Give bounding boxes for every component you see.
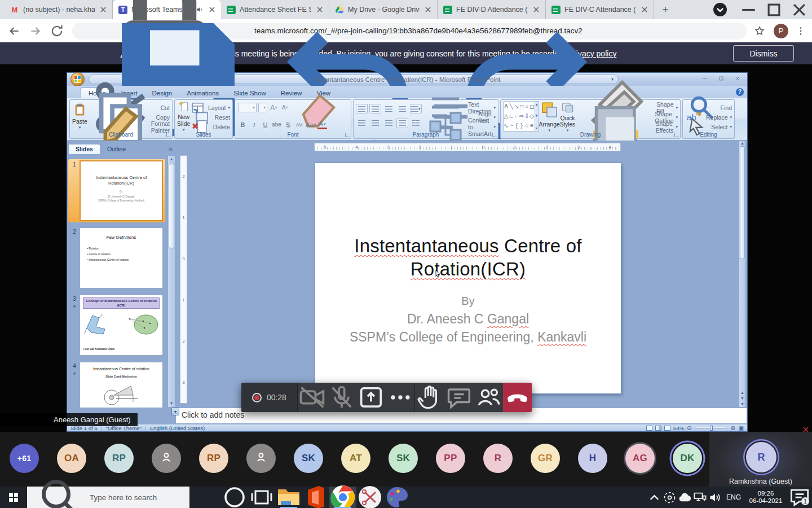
align-left-button[interactable] — [356, 119, 368, 128]
increase-indent-button[interactable] — [396, 104, 408, 113]
back-button[interactable] — [7, 24, 21, 38]
align-center-button[interactable] — [369, 119, 381, 128]
tab-slides[interactable]: Slides — [68, 144, 100, 154]
select-button[interactable]: Select▾ — [685, 122, 732, 132]
more-options-button[interactable] — [386, 383, 415, 412]
tray-app-button[interactable] — [662, 487, 677, 508]
zoom-out-button[interactable]: ⊖ — [687, 424, 692, 432]
shape-glyph[interactable]: ∟ — [509, 111, 514, 121]
participant-avatar[interactable]: GR — [531, 444, 560, 473]
participant-avatar[interactable]: AG — [625, 444, 655, 473]
font-style-button-av[interactable]: AV — [294, 120, 304, 129]
edit-scrollbar-thumb[interactable] — [740, 146, 745, 259]
shape-glyph[interactable]: ~ — [509, 121, 514, 130]
slideshow-button[interactable] — [664, 426, 670, 431]
shape-glyph[interactable]: ⇨ — [519, 111, 524, 121]
action-center-button[interactable]: 1 — [787, 487, 812, 508]
start-button[interactable] — [0, 487, 27, 508]
camera-toggle-button[interactable] — [298, 383, 327, 412]
panel-scrollbar[interactable]: ▲ ▼ — [167, 155, 175, 408]
spotlight-tile[interactable]: R Ramkrishna (Guest) — [709, 432, 812, 487]
paste-button[interactable]: Paste▾ — [72, 102, 87, 130]
participant-avatar[interactable]: DK — [673, 444, 702, 473]
shape-glyph[interactable]: ╲ — [509, 102, 514, 111]
participant-avatar[interactable]: H — [578, 444, 607, 473]
reload-button[interactable] — [50, 24, 64, 38]
quick-styles-button[interactable]: Quick Styles▾ — [560, 102, 575, 130]
mic-toggle-button[interactable] — [327, 383, 356, 412]
help-button[interactable]: ? — [736, 88, 744, 96]
shape-glyph[interactable]: ≡ — [529, 121, 535, 130]
fit-to-window-button[interactable]: ▣ — [739, 425, 744, 431]
language-indicator[interactable]: ENG — [723, 493, 744, 501]
clipboard-dialog-launcher[interactable] — [166, 133, 171, 137]
shape-glyph[interactable]: ◇ — [529, 111, 535, 121]
participant-avatar[interactable] — [152, 444, 181, 473]
font-style-button-s[interactable]: S — [283, 120, 293, 129]
shape-glyph[interactable]: { — [514, 121, 519, 130]
office-app-button[interactable] — [302, 487, 329, 508]
zoom-in-button[interactable]: ⊕ — [730, 424, 735, 432]
participant-avatar[interactable]: AT — [341, 444, 370, 473]
justify-button[interactable] — [396, 119, 408, 128]
smartart-button[interactable]: Convert to SmartArt▾ — [425, 122, 496, 132]
search-input[interactable] — [90, 493, 189, 502]
file-explorer-button[interactable] — [275, 487, 302, 508]
participant-avatar[interactable]: PP — [436, 444, 465, 473]
shape-glyph[interactable]: } — [519, 121, 524, 130]
paragraph-dialog-launcher[interactable] — [492, 133, 497, 137]
minimize-button[interactable] — [736, 0, 761, 19]
slide-sorter-button[interactable] — [655, 426, 661, 431]
bookmark-button[interactable] — [753, 25, 766, 37]
shape-glyph[interactable]: ↘ — [514, 102, 519, 111]
font-style-button-aa[interactable]: Aa▾ — [306, 120, 316, 129]
font-dialog-launcher[interactable] — [345, 133, 350, 137]
columns-button[interactable] — [410, 119, 422, 128]
ribbon-tab-slide-show[interactable]: Slide Show — [226, 88, 273, 98]
paint3d-button[interactable] — [383, 487, 411, 508]
dismiss-button[interactable]: Dismiss — [733, 45, 794, 62]
shape-glyph[interactable]: ∿ — [504, 121, 509, 130]
zoom-slider-thumb[interactable] — [710, 426, 713, 431]
shape-glyph[interactable]: ◻ — [529, 102, 535, 111]
status-language[interactable]: English (United States) — [150, 425, 205, 431]
font-style-button-a[interactable]: A▾ — [317, 120, 327, 129]
profile-avatar[interactable]: P — [774, 24, 788, 38]
tab-outline[interactable]: Outline — [100, 144, 133, 154]
font-name-select[interactable]: ▾ — [238, 103, 257, 112]
font-style-button-abe[interactable]: abe — [272, 120, 281, 129]
slide-thumbnail-1[interactable]: 1Instentantaneous Centre of Rotation(ICR… — [68, 159, 165, 222]
participant-avatar[interactable]: +61 — [10, 444, 39, 473]
shape-glyph[interactable]: A — [504, 102, 509, 111]
maximize-button[interactable] — [761, 0, 787, 19]
participant-avatar[interactable] — [246, 444, 276, 473]
shape-glyph[interactable]: □ — [519, 102, 524, 111]
slide-thumbnail-2[interactable]: 2Few Defnitions• Rotation• Centre of rot… — [68, 226, 165, 290]
bullets-button[interactable] — [356, 104, 368, 113]
shape-glyph[interactable]: ⇩ — [524, 111, 529, 121]
slide-thumbnail-3[interactable]: 3✶Concept of Instantaneous Centre of rot… — [68, 294, 165, 357]
delete-button[interactable]: Delete — [190, 122, 230, 132]
volume-button[interactable] — [708, 487, 723, 508]
shape-effects-button[interactable]: Shape Effects▾ — [577, 122, 678, 132]
media-hub-button[interactable] — [713, 3, 727, 16]
font-style-button-u[interactable]: U — [261, 120, 270, 129]
normal-view-button[interactable] — [646, 426, 652, 431]
participant-avatar[interactable]: SK — [389, 444, 418, 473]
align-right-button[interactable] — [383, 119, 395, 128]
cortana-button[interactable] — [221, 487, 248, 508]
new-tab-button[interactable]: + — [657, 2, 673, 17]
shape-glyph[interactable]: ○ — [524, 102, 529, 111]
next-slide-button[interactable]: ▼ — [740, 396, 744, 400]
network-button[interactable] — [692, 487, 708, 508]
edit-scrollbar[interactable]: ▲ ▲▼▼ — [739, 141, 746, 408]
tray-expand-button[interactable] — [647, 487, 662, 508]
snipping-tool-button[interactable] — [356, 487, 383, 508]
previous-slide-button[interactable]: ▲ — [740, 391, 744, 395]
clock[interactable]: 09:26 06-04-2021 — [744, 490, 787, 505]
decrease-indent-button[interactable] — [383, 104, 395, 113]
task-view-button[interactable] — [248, 487, 275, 508]
participant-avatar[interactable]: RP — [104, 444, 134, 473]
new-slide-button[interactable]: New Slide▾ — [177, 102, 190, 130]
shape-glyph[interactable]: ⌐ — [514, 111, 519, 121]
